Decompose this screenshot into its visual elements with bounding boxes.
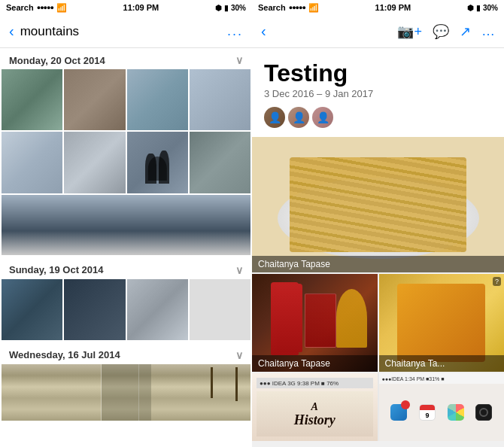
photo-cell[interactable] [127, 69, 188, 130]
left-wifi-icon: 📶 [56, 3, 67, 13]
avatar-1[interactable]: 👤 [264, 107, 285, 128]
screenshot-history[interactable]: ●●● IDEA 3G 9:38 PM ■ 76% A History [252, 373, 378, 441]
photos-icon[interactable] [448, 404, 464, 421]
history-book-content: ●●● IDEA 3G 9:38 PM ■ 76% A History [252, 373, 378, 441]
right-signal: ●●●●● [289, 4, 305, 11]
sc1-status: ●●● IDEA 3G 9:38 PM ■ 76% [257, 378, 373, 388]
history-a-letter: A [294, 401, 335, 413]
photo-cell[interactable] [190, 132, 250, 193]
chevron-2[interactable]: ∨ [235, 264, 243, 276]
comment-icon[interactable]: 💬 [433, 23, 449, 40]
left-time: 11:09 PM [123, 3, 159, 12]
left-carrier: Search [6, 3, 34, 12]
left-more-button[interactable]: ... [227, 23, 243, 39]
photo-cell[interactable] [127, 132, 188, 193]
screenshot-strip: ●●● IDEA 3G 9:38 PM ■ 76% A History ●●●I… [252, 373, 504, 441]
right-status-left: Search ●●●●● 📶 [258, 3, 319, 13]
left-panel: Search ●●●●● 📶 11:09 PM ⬢ ▮ 30% ‹ mounta… [0, 0, 252, 447]
add-photo-icon[interactable]: 📷+ [397, 23, 422, 40]
photo-cell[interactable] [2, 132, 62, 193]
history-book-text: A History [294, 401, 335, 427]
photo-cell[interactable] [127, 279, 188, 340]
main-photo[interactable]: Chaitanya Tapase [252, 137, 504, 272]
left-status-right: ⬢ ▮ 30% [215, 4, 246, 12]
photo-cell-wide[interactable] [2, 195, 250, 255]
photo-count-badge: ? [493, 277, 501, 286]
photo-cell[interactable] [64, 279, 125, 340]
right-panel: Search ●●●●● 📶 11:09 PM ⬢ ▮ 30% ‹ 📷+ 💬 ↗… [252, 0, 504, 447]
chevron-3[interactable]: ∨ [235, 349, 243, 361]
photo-grid-4 [0, 279, 252, 340]
road-photo-container [0, 364, 252, 421]
date-label-2: Sunday, 19 Oct 2014 [9, 264, 104, 275]
history-word: History [294, 413, 335, 427]
left-back-button[interactable]: ‹ [9, 23, 14, 40]
album-avatars: 👤 👤 👤 [264, 107, 492, 128]
photo-cell[interactable] [64, 69, 125, 130]
left-content: Monday, 20 Oct 2014 ∨ [0, 48, 252, 447]
left-bluetooth-icon: ⬢ [215, 4, 222, 12]
avatar-2[interactable]: 👤 [288, 107, 309, 128]
left-battery-icon: ▮ [224, 4, 229, 12]
right-nav-icons: 📷+ 💬 ↗ … [397, 23, 495, 40]
screenshot-phone-ui[interactable]: ●●●IDEA 1:34 PM ■31% ■ 9 [379, 373, 505, 441]
right-status-right: ⬢ ▮ 30% [467, 4, 498, 12]
photo-grid-2 [0, 132, 252, 193]
right-carrier: Search [258, 3, 286, 12]
juice-photo-caption: Chaitanya Ta... [379, 355, 505, 372]
right-bluetooth-icon: ⬢ [467, 4, 474, 12]
right-wifi-icon: 📶 [308, 3, 319, 13]
photo-cell[interactable] [190, 69, 250, 130]
sc2-status: ●●●IDEA 1:34 PM ■31% ■ [379, 373, 505, 384]
left-status-bar: Search ●●●●● 📶 11:09 PM ⬢ ▮ 30% [0, 0, 252, 15]
left-battery-pct: 30% [231, 4, 246, 12]
photo-cell[interactable] [2, 279, 62, 340]
left-status-left: Search ●●●●● 📶 [6, 3, 67, 13]
main-photo-caption: Chaitanya Tapase [252, 256, 504, 272]
chevron-1[interactable]: ∨ [235, 54, 243, 66]
right-battery-pct: 30% [483, 4, 498, 12]
date-header-2: Sunday, 19 Oct 2014 ∨ [0, 258, 252, 279]
more-icon[interactable]: … [481, 23, 495, 39]
left-signal: ●●●●● [37, 4, 53, 11]
avatar-3[interactable]: 👤 [312, 107, 333, 128]
date-label-3: Wednesday, 16 Jul 2014 [9, 349, 120, 360]
share-icon[interactable]: ↗ [460, 23, 471, 40]
appstore-icon[interactable] [390, 404, 407, 421]
left-nav-bar: ‹ mountains ... [0, 15, 252, 48]
right-battery-icon: ▮ [476, 4, 481, 12]
photo-cell[interactable] [64, 132, 125, 193]
drinks-photo[interactable]: Chaitanya Tapase [252, 274, 378, 372]
history-book-bg: A History [257, 391, 373, 436]
bottom-photos-row: Chaitanya Tapase ? Chaitanya Ta... [252, 274, 504, 372]
album-header: Testing 3 Dec 2016 – 9 Jan 2017 👤 👤 👤 [252, 48, 504, 137]
right-content: Testing 3 Dec 2016 – 9 Jan 2017 👤 👤 👤 Ch… [252, 48, 504, 447]
date-header-3: Wednesday, 16 Jul 2014 ∨ [0, 343, 252, 364]
fries-image [252, 137, 504, 272]
photo-cell[interactable] [190, 279, 250, 340]
right-time: 11:09 PM [375, 3, 411, 12]
date-label-1: Monday, 20 Oct 2014 [9, 55, 105, 66]
right-nav-bar: ‹ 📷+ 💬 ↗ … [252, 15, 504, 48]
album-title: Testing [264, 60, 492, 87]
dock-icons-row: 9 [379, 384, 505, 441]
photo-cell[interactable] [2, 69, 62, 130]
left-nav-title: mountains [20, 24, 221, 39]
juice-photo[interactable]: ? Chaitanya Ta... [379, 274, 505, 372]
road-photo[interactable] [2, 364, 250, 421]
drinks-photo-caption: Chaitanya Tapase [252, 355, 378, 372]
camera-icon[interactable] [475, 404, 492, 421]
photo-grid-1 [0, 69, 252, 130]
right-back-button[interactable]: ‹ [261, 23, 266, 40]
right-status-bar: Search ●●●●● 📶 11:09 PM ⬢ ▮ 30% [252, 0, 504, 15]
photo-grid-3 [0, 195, 252, 255]
date-header-1: Monday, 20 Oct 2014 ∨ [0, 48, 252, 69]
album-date: 3 Dec 2016 – 9 Jan 2017 [264, 88, 492, 99]
calendar-icon[interactable]: 9 [419, 404, 436, 421]
